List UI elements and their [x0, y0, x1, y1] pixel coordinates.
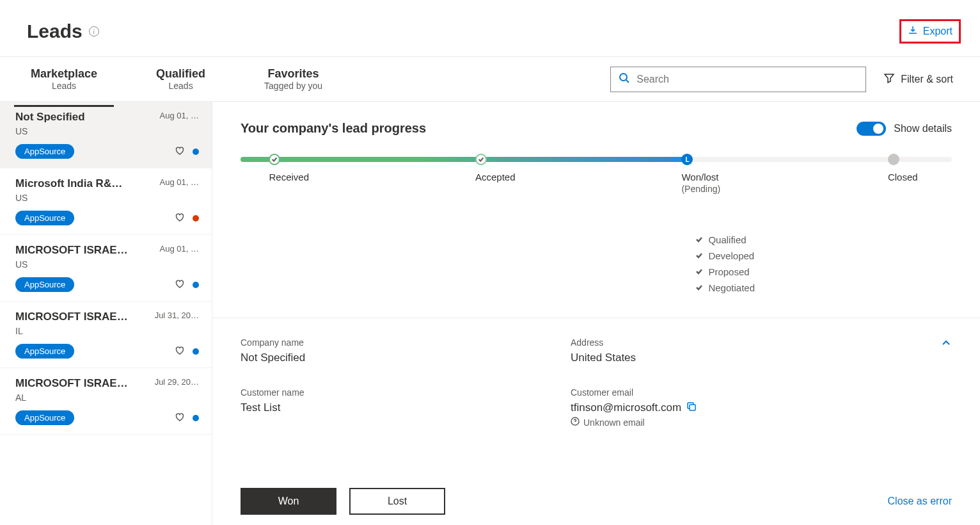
status-dot: [193, 282, 199, 288]
search-icon: [619, 72, 630, 86]
tab-qualified[interactable]: Qualified Leads: [152, 61, 209, 97]
progress-node-closed[interactable]: [888, 154, 899, 165]
lead-name: Microsoft India R&…: [15, 177, 122, 190]
customer-email-label: Customer email: [571, 387, 901, 398]
progress-title: Your company's lead progress: [241, 121, 426, 136]
lead-location: US: [15, 193, 199, 203]
stage-label-received: Received: [269, 172, 309, 182]
favorite-icon[interactable]: [175, 145, 185, 158]
lead-item[interactable]: MICROSOFT ISRAE… Aug 01, … US AppSource: [0, 235, 212, 302]
customer-name-label: Customer name: [241, 387, 571, 398]
check-icon: [695, 234, 703, 245]
favorite-icon[interactable]: [175, 345, 185, 358]
tab-bar: Marketplace Leads Qualified Leads Favori…: [0, 57, 980, 102]
progress-section: Your company's lead progress Show detail…: [212, 102, 980, 318]
lead-location: US: [15, 126, 199, 136]
download-icon: [908, 25, 918, 38]
collapse-section-icon[interactable]: [940, 340, 952, 351]
svg-point-0: [620, 74, 627, 81]
toggle-knob: [873, 124, 883, 134]
tab-sub: Leads: [52, 81, 76, 91]
company-name-label: Company name: [241, 337, 571, 348]
company-name-value: Not Specified: [241, 351, 571, 364]
lead-item[interactable]: Microsoft India R&… Aug 01, … US AppSour…: [0, 168, 212, 235]
favorite-icon[interactable]: [175, 212, 185, 225]
lead-name: MICROSOFT ISRAE…: [15, 244, 128, 257]
check-icon: [695, 282, 703, 293]
status-dot: [193, 348, 199, 355]
address-value: United States: [571, 351, 901, 364]
funnel-icon: [884, 73, 894, 86]
question-icon: [571, 417, 580, 428]
svg-rect-1: [690, 405, 695, 410]
lead-detail-panel: Your company's lead progress Show detail…: [212, 102, 980, 525]
checklist-item: Proposed: [695, 266, 952, 277]
lost-button[interactable]: Lost: [349, 488, 445, 515]
lead-name: Not Specified: [15, 111, 85, 124]
tab-label: Favorites: [268, 67, 319, 81]
info-icon[interactable]: i: [89, 26, 99, 36]
customer-name-value: Test List: [241, 401, 571, 414]
stage-label-wonlost: Won/lost (Pending): [681, 172, 720, 194]
export-button[interactable]: Export: [908, 25, 952, 38]
copy-icon[interactable]: [686, 401, 697, 414]
status-dot: [193, 215, 199, 222]
tab-sub: Leads: [168, 81, 193, 91]
customer-email-value: tfinson@microsoft.com: [571, 401, 681, 414]
checklist-item: Developed: [695, 250, 952, 261]
status-dot: [193, 149, 199, 155]
progress-bar: L: [241, 155, 952, 164]
source-badge: AppSource: [15, 344, 74, 359]
lead-date: Aug 01, …: [160, 177, 199, 187]
progress-node-accepted[interactable]: [475, 154, 487, 165]
source-badge: AppSource: [15, 211, 74, 225]
search-box[interactable]: [610, 67, 866, 92]
filter-sort-label: Filter & sort: [901, 74, 953, 85]
email-warning: Unknown email: [571, 417, 901, 428]
page-title: Leads: [27, 20, 83, 42]
action-bar: Won Lost Close as error: [212, 478, 980, 525]
filter-sort-button[interactable]: Filter & sort: [884, 73, 953, 86]
lead-location: US: [15, 259, 199, 270]
check-icon: [695, 250, 703, 261]
lead-item[interactable]: MICROSOFT ISRAE… Jul 29, 20… AL AppSourc…: [0, 368, 212, 435]
check-icon: [695, 266, 703, 277]
lead-location: AL: [15, 392, 199, 403]
progress-node-received[interactable]: [269, 154, 280, 165]
search-input[interactable]: [636, 74, 858, 85]
source-badge: AppSource: [15, 144, 74, 159]
close-as-error-link[interactable]: Close as error: [888, 496, 952, 507]
lead-item[interactable]: Not Specified Aug 01, … US AppSource: [0, 102, 212, 168]
tab-label: Marketplace: [31, 67, 97, 81]
tab-marketplace[interactable]: Marketplace Leads: [27, 61, 101, 97]
tab-sub: Tagged by you: [264, 81, 322, 91]
lead-date: Jul 31, 20…: [155, 311, 199, 320]
source-badge: AppSource: [15, 410, 74, 425]
won-button[interactable]: Won: [241, 488, 336, 515]
lead-date: Jul 29, 20…: [155, 377, 199, 387]
tab-label: Qualified: [156, 67, 205, 81]
detail-section: Company name Not Specified Address Unite…: [212, 318, 980, 478]
lead-location: IL: [15, 326, 199, 336]
progress-node-wonlost[interactable]: L: [681, 154, 693, 165]
lead-date: Aug 01, …: [160, 244, 199, 254]
export-highlight: Export: [899, 19, 961, 44]
stage-label-accepted: Accepted: [475, 172, 516, 182]
toggle-label: Show details: [894, 123, 952, 134]
checklist-item: Negotiated: [695, 282, 952, 293]
export-label: Export: [923, 26, 952, 37]
favorite-icon[interactable]: [175, 412, 185, 424]
leads-sidebar[interactable]: Not Specified Aug 01, … US AppSource Mic…: [0, 102, 212, 525]
stage-label-closed: Closed: [888, 172, 918, 182]
stage-checklist: QualifiedDevelopedProposedNegotiated: [681, 234, 952, 293]
page-header: Leads i Export: [0, 0, 980, 57]
show-details-toggle[interactable]: [857, 122, 886, 136]
checklist-item: Qualified: [695, 234, 952, 245]
favorite-icon[interactable]: [175, 279, 185, 291]
lead-date: Aug 01, …: [160, 111, 199, 120]
address-label: Address: [571, 337, 901, 348]
tab-favorites[interactable]: Favorites Tagged by you: [260, 61, 326, 97]
lead-name: MICROSOFT ISRAE…: [15, 377, 128, 390]
lead-item[interactable]: MICROSOFT ISRAE… Jul 31, 20… IL AppSourc…: [0, 302, 212, 368]
lead-name: MICROSOFT ISRAE…: [15, 311, 128, 323]
